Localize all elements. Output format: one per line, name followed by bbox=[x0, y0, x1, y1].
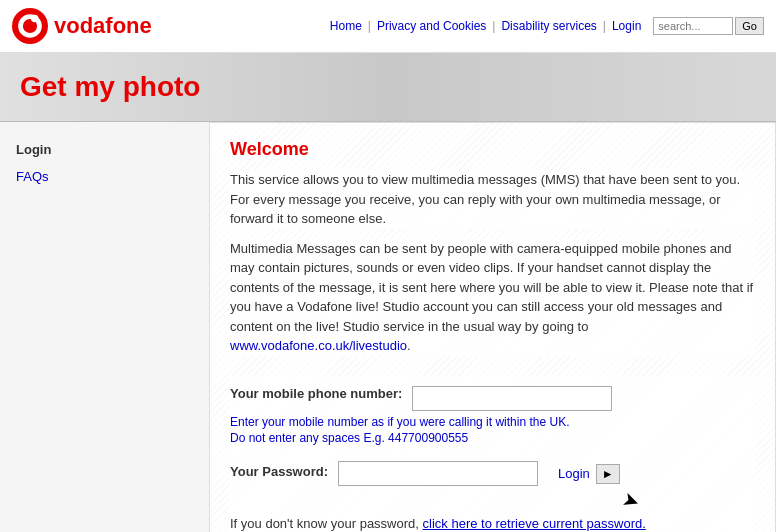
vodafone-logo-icon bbox=[12, 8, 48, 44]
svg-point-2 bbox=[31, 15, 39, 23]
svg-point-0 bbox=[13, 9, 47, 43]
login-arrow-button[interactable]: ► bbox=[596, 464, 620, 484]
forgot-text: If you don't know your password, bbox=[230, 516, 419, 531]
password-input[interactable] bbox=[338, 461, 538, 486]
page-title: Get my photo bbox=[20, 71, 756, 103]
content-area: Welcome This service allows you to view … bbox=[210, 122, 776, 532]
password-form-row: Your Password: Login ► ➤ bbox=[230, 461, 755, 486]
nav-sep-2: | bbox=[492, 19, 495, 33]
nav-privacy[interactable]: Privacy and Cookies bbox=[377, 19, 486, 33]
forgot-password-row: If you don't know your password, click h… bbox=[230, 516, 755, 531]
welcome-para-1: This service allows you to view multimed… bbox=[230, 170, 755, 229]
phone-hint: Enter your mobile number as if you were … bbox=[230, 414, 755, 448]
welcome-para-2: Multimedia Messages can be sent by peopl… bbox=[230, 239, 755, 356]
vodafone-logo-text: vodafone bbox=[54, 13, 152, 39]
nav-sep-1: | bbox=[368, 19, 371, 33]
vodafone-icon bbox=[12, 7, 48, 45]
go-button[interactable]: Go bbox=[735, 17, 764, 35]
login-link[interactable]: Login bbox=[558, 466, 590, 481]
header-nav: Home | Privacy and Cookies | Disability … bbox=[330, 17, 764, 35]
password-label: Your Password: bbox=[230, 464, 328, 479]
search-area: Go bbox=[653, 17, 764, 35]
logo-area: vodafone bbox=[12, 8, 152, 44]
phone-form-row: Your mobile phone number: Enter your mob… bbox=[230, 386, 755, 448]
page-title-banner: Get my photo bbox=[0, 53, 776, 122]
nav-sep-3: | bbox=[603, 19, 606, 33]
nav-home[interactable]: Home bbox=[330, 19, 362, 33]
nav-disability[interactable]: Disability services bbox=[501, 19, 596, 33]
sidebar: Login FAQs bbox=[0, 122, 210, 532]
welcome-heading: Welcome bbox=[230, 139, 755, 160]
phone-input[interactable] bbox=[412, 386, 612, 411]
cursor-arrow-icon: ➤ bbox=[619, 485, 643, 513]
livestudio-link[interactable]: www.vodafone.co.uk/livestudio bbox=[230, 338, 407, 353]
forgot-link[interactable]: click here to retrieve current password. bbox=[423, 516, 646, 531]
sidebar-item-faqs[interactable]: FAQs bbox=[0, 163, 209, 190]
main-layout: Login FAQs Welcome This service allows y… bbox=[0, 122, 776, 532]
login-form-section: Your mobile phone number: Enter your mob… bbox=[230, 376, 755, 533]
search-input[interactable] bbox=[653, 17, 733, 35]
sidebar-item-login[interactable]: Login bbox=[0, 136, 209, 163]
nav-login[interactable]: Login bbox=[612, 19, 641, 33]
phone-label: Your mobile phone number: bbox=[230, 386, 402, 401]
login-btn-area: Login ► ➤ bbox=[558, 464, 620, 484]
header: vodafone Home | Privacy and Cookies | Di… bbox=[0, 0, 776, 53]
